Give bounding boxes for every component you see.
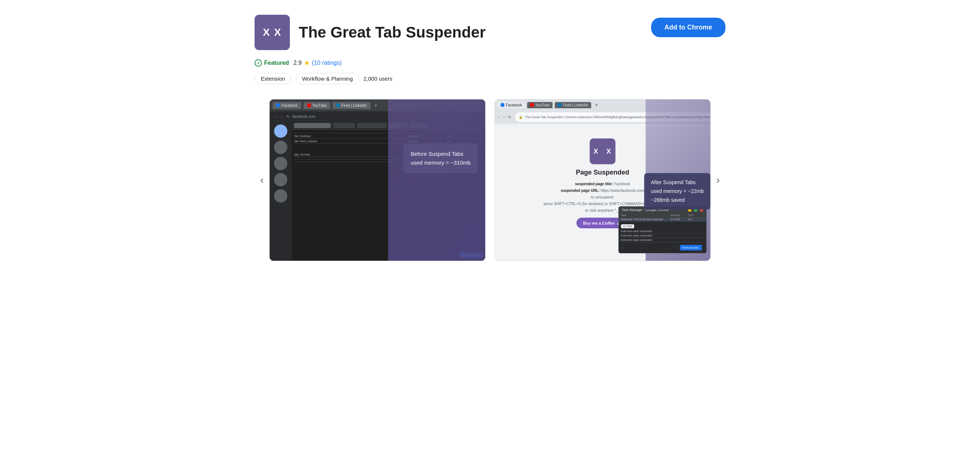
favicon-facebook [276,104,280,107]
browser-tabs-bar-after: Facebook YouTube Feed | LinkedIn + [495,99,710,110]
suspended-url-value: https://www.facebook.com/ [601,188,644,193]
before-overlay-line1: Before Suspend Tabs [410,150,471,158]
extension-title: The Great Tab Suspender [299,23,485,41]
page-suspended-title: Page Suspended [576,169,629,176]
url-bar-after: ← → ↻ 🔒 The Great Tab Suspender | chrome… [495,110,710,124]
rating: 2.9 ★ (10 ratings) [294,59,342,67]
screenshot-after: Facebook YouTube Feed | LinkedIn + ← → [495,99,711,261]
tm-row-extension-cpu: 0.0 [688,218,704,220]
tab-facebook-after: Facebook [498,102,525,108]
buy-coffee-label: Buy me a Coffee [583,221,615,225]
title-area: X X The Great Tab Suspender [255,15,485,50]
featured-label: Featured [264,60,289,66]
after-overlay-line2: used memory = ~22mb [651,187,704,196]
sidebar-mock [270,121,292,261]
screenshots-section: ‹ Facebook YouTube Feed | Linke [255,99,725,261]
tm-suspended-3-memory [671,239,687,241]
sidebar-icon-2 [274,140,287,154]
sidebar-icon-5 [274,189,287,203]
after-overlay-line3: ~288mb saved [651,196,704,205]
tm-row-suspended-1: Extension page suspended [619,229,706,233]
suspended-page-icon: X X [590,139,616,164]
add-to-chrome-button[interactable]: Add to Chrome [651,18,725,37]
meta-section: ✓ Featured 2.9 ★ (10 ratings) [255,59,725,67]
extension-icon-letters: X X [262,27,282,38]
favicon-linkedin [336,104,340,107]
tm-table-header: Task Memory CPU [619,213,706,217]
browser-tabs-bar-before: Facebook YouTube Feed | LinkedIn + [270,99,485,111]
tm-suspended-1-task: Extension page suspended [621,230,669,232]
tm-suspended-2-cpu [688,234,704,237]
tm-col-task: Task [621,214,669,217]
sidebar-icon-3 [274,157,287,170]
header-section: X X The Great Tab Suspender Add to Chrom… [255,15,725,50]
tab-linkedin-after: Feed | LinkedIn [555,102,591,108]
main-content-mock: Tab: Facebook 110,032K 0.0 Tab: Feed | L… [292,121,485,261]
screenshots-container: Facebook YouTube Feed | LinkedIn + ← → [269,99,711,261]
memory-badge: 22,700K [621,224,634,228]
tm-row-suspended-3: Extension page suspended [619,238,706,242]
suspended-title-label: suspended page title: [575,182,613,186]
tm-suspended-3-cpu [688,239,704,241]
tm-row-extension-task: Extension: The Great Tab Suspender [621,218,669,220]
tab-youtube: YouTube [304,102,330,109]
tm-row-suspended-2: Extension page suspended [619,233,706,238]
new-tab-after-icon[interactable]: + [593,102,600,108]
tm-col-memory: Memory [671,214,687,217]
star-icon: ★ [304,59,310,67]
before-overlay-line2: used memory = ~310mb [410,158,471,167]
tm-suspended-3-task: Extension page suspended [621,239,669,241]
url-input-after: 🔒 The Great Tab Suspender | chrome-exten… [515,112,711,122]
after-overlay-line1: After Suspend Tabs [651,178,704,187]
featured-icon: ✓ [255,59,262,67]
suspended-url-label: suspended page URL: [561,188,600,193]
suspended-title-value: Facebook [614,182,630,186]
new-tab-icon[interactable]: + [373,102,379,109]
tags-section: Extension Workflow & Planning 2,000 user… [255,73,725,85]
tm-suspended-1-cpu [688,230,704,232]
extension-icon: X X [255,15,290,50]
favicon-facebook-after [501,103,504,107]
sidebar-icon-4 [274,173,287,186]
after-overlay: After Suspend Tabs used memory = ~22mb ~… [644,173,710,209]
url-text-before: facebook.com [293,115,315,118]
before-overlay: Before Suspend Tabs used memory = ~310mb [403,144,478,173]
favicon-youtube [307,104,311,107]
prev-arrow-button[interactable]: ‹ [255,173,269,187]
url-text-after: The Great Tab Suspender | chrome-extensi… [525,115,711,119]
tag-workflow[interactable]: Workflow & Planning [296,73,359,85]
rating-link[interactable]: (10 ratings) [312,60,342,66]
tm-suspended-2-memory [671,234,687,237]
featured-badge: ✓ Featured [255,59,289,67]
tag-extension[interactable]: Extension [255,73,291,85]
rating-link-text: 10 ratings [314,60,340,66]
screenshot-before: Facebook YouTube Feed | LinkedIn + ← → [269,99,485,261]
page-container: X X The Great Tab Suspender Add to Chrom… [232,0,748,276]
tm-col-cpu: CPU [688,214,704,217]
task-manager-mini: Task Manager - Google Chrome Task Memory… [618,206,707,253]
url-bar-before: ← → ↻ facebook.com [270,111,485,121]
users-count: 2,000 users [363,75,392,82]
tm-suspended-1-memory [671,230,687,232]
screenshot-before-content: Tab: Facebook 110,032K 0.0 Tab: Feed | L… [270,121,485,261]
tm-row-extension: Extension: The Great Tab Suspender 22,70… [619,217,706,222]
tab-linkedin: Feed | LinkedIn [332,102,371,109]
next-arrow-button[interactable]: › [711,173,725,187]
end-process-button[interactable]: End process [680,245,702,251]
tab-facebook: Facebook [273,102,301,109]
tm-suspended-2-task: Extension page suspended [621,234,669,237]
sidebar-icon-1 [274,124,287,138]
favicon-linkedin-after [558,103,562,107]
rating-value: 2.9 [294,60,302,66]
tab-youtube-after: YouTube [527,102,552,108]
to-unsuspend-text: to unsuspend: [544,194,662,201]
tm-row-extension-memory: 22,700K [671,218,687,220]
favicon-youtube-after [530,103,534,107]
